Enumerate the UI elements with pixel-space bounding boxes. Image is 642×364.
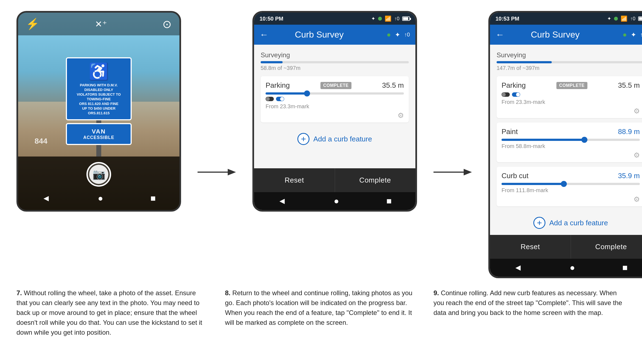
feature-badge-parking-2: COMPLETE	[556, 82, 587, 89]
svg-marker-3	[464, 169, 472, 175]
app-title-2: Curb Survey	[510, 30, 601, 40]
arrow-1	[198, 11, 236, 278]
feature-header-paint: Paint 88.9 m	[502, 127, 640, 136]
settings-icon[interactable]: ⊙	[162, 18, 172, 30]
home-nav-btn-2[interactable]: ●	[570, 263, 575, 273]
reset-button-2[interactable]: Reset	[490, 235, 571, 259]
header-icons-2: ● ✦ ↑0	[623, 30, 642, 39]
recents-nav-btn-2[interactable]: ■	[622, 263, 627, 273]
camera-top-bar: ⚡ ✕⁺ ⊙	[18, 13, 179, 35]
slider-paint	[502, 139, 640, 141]
phone-app2: 10:53 PM ✦ 📶 ↑0 ← Curb Survey ● ✦	[488, 11, 642, 278]
status-time-1: 10:50 PM	[260, 16, 283, 22]
parking-sign-text: PARKING WITH D.M.V.DISABLED ONLYVIOLATOR…	[77, 83, 121, 115]
slider-parking-1	[266, 92, 404, 95]
gear-icon-parking-1[interactable]: ⚙	[398, 111, 404, 120]
slider-thumb-parking-1	[304, 90, 310, 96]
home-nav-btn[interactable]: ●	[98, 193, 103, 203]
feature-header-parking-2: Parking COMPLETE 35.5 m	[502, 81, 640, 90]
add-circle-icon-2: +	[533, 217, 545, 229]
add-feature-label-2: Add a curb feature	[549, 219, 608, 227]
progress-bar-1	[261, 61, 409, 63]
wheelchair-icon: ♿	[89, 62, 109, 81]
camera-scene: ♿ PARKING WITH D.M.V.DISABLED ONLYVIOLAT…	[18, 35, 179, 157]
gear-icon-paint[interactable]: ⚙	[633, 151, 640, 160]
app-content-2: Surveying 147.7m of ~397m Parking COMPLE…	[490, 45, 642, 235]
progress-bar-2	[497, 61, 642, 63]
complete-button-2[interactable]: Complete	[571, 235, 642, 259]
complete-button-1[interactable]: Complete	[335, 168, 416, 192]
description-8: 8. Return to the wheel and continue roll…	[225, 288, 417, 337]
add-feature-btn-2[interactable]: + Add a curb feature	[497, 211, 642, 235]
upload-icon-2: ↑0	[630, 16, 635, 22]
accessible-text: ACCESSIBLE	[83, 135, 114, 140]
description-9: 9. Continue rolling. Add new curb featur…	[433, 288, 626, 337]
camera-nav-bar: ◄ ● ■	[18, 189, 179, 207]
nav-bar-app-2: ◄ ● ■	[490, 259, 642, 277]
feature-badge-parking-1: COMPLETE	[320, 82, 351, 89]
slider-fill-curbcut	[502, 183, 564, 185]
progress-label-1: 58.8m of ~397m	[261, 65, 409, 71]
feature-footer-curbcut: ⚙	[502, 195, 640, 204]
status-time-2: 10:53 PM	[495, 16, 519, 22]
upload-icon-1: ↑0	[394, 16, 399, 22]
shutter-button[interactable]: 📷	[86, 162, 111, 187]
phone-camera: ⚡ ✕⁺ ⊙ ♿ PARKING WITH D.M.V.DISABLED ONL…	[16, 11, 181, 278]
bluetooth-icon-1: ✦	[371, 16, 375, 22]
camera-bottom: 📷 ◄ ● ■	[18, 157, 179, 210]
description-7: 7. Without rolling the wheel, take a pho…	[16, 288, 209, 337]
app-content-1: Surveying 58.8m of ~397m Parking COMPLET…	[254, 45, 415, 168]
reset-button-1[interactable]: Reset	[254, 168, 335, 192]
battery-icon-2	[638, 16, 642, 21]
home-nav-btn-1[interactable]: ●	[334, 196, 339, 206]
recents-nav-btn-1[interactable]: ■	[386, 196, 392, 206]
add-feature-btn-1[interactable]: + Add a curb feature	[261, 127, 409, 151]
bt-icon-1: 📶	[385, 15, 392, 22]
desc-8-text: Return to the wheel and continue rolling…	[225, 289, 412, 326]
feature-card-paint: Paint 88.9 m From 58.8m-mark ⚙	[497, 123, 642, 162]
feature-name-parking-1: Parking	[266, 81, 290, 90]
feature-from-paint: From 58.8m-mark	[502, 143, 640, 149]
gear-icon-curbcut[interactable]: ⚙	[633, 195, 640, 204]
feature-from-parking-2: From 23.3m-mark	[502, 99, 640, 105]
feature-distance-curbcut: 35.9 m	[618, 172, 640, 180]
address-number: 844	[35, 137, 47, 146]
surveying-label-2: Surveying	[497, 51, 642, 59]
descriptions-row: 7. Without rolling the wheel, take a pho…	[0, 278, 642, 348]
bluetooth-icon-2: ✦	[607, 16, 611, 22]
desc-8-number: 8.	[225, 289, 230, 297]
back-nav-btn-1[interactable]: ◄	[278, 196, 286, 206]
feature-name-parking-2: Parking	[502, 81, 526, 90]
slider-fill-paint	[502, 139, 584, 141]
status-icons-1: ✦ 📶 ↑0	[371, 15, 410, 22]
status-icons-2: ✦ 📶 ↑0	[607, 15, 642, 22]
feature-from-curbcut: From 111.8m-mark	[502, 187, 640, 194]
slider-thumb-curbcut	[561, 181, 567, 187]
phone-app1: 10:50 PM ✦ 📶 ↑0 ← Curb Survey ● ✦	[252, 11, 417, 278]
progress-label-2: 147.7m of ~397m	[497, 65, 642, 71]
flash-icon[interactable]: ⚡	[26, 18, 40, 30]
progress-fill-2	[497, 61, 552, 63]
feature-distance-parking-1: 35.5 m	[382, 81, 404, 90]
feature-distance-paint: 88.9 m	[618, 127, 640, 136]
gear-icon-parking-2[interactable]: ⚙	[633, 107, 640, 115]
back-button-2[interactable]: ←	[495, 30, 504, 40]
bt-header-icon-1: ✦	[395, 31, 400, 39]
mode-icon[interactable]: ✕⁺	[95, 19, 107, 29]
feature-distance-parking-2: 35.5 m	[618, 81, 640, 90]
add-circle-icon-1: +	[297, 133, 309, 145]
share-icon-2: ↑0	[640, 32, 642, 38]
feature-card-curbcut: Curb cut 35.9 m From 111.8m-mark ⚙	[497, 167, 642, 206]
battery-icon-1	[402, 16, 410, 21]
back-nav-btn-2[interactable]: ◄	[514, 263, 522, 273]
recents-nav-btn[interactable]: ■	[150, 193, 156, 203]
camera-shutter-icon: 📷	[92, 168, 105, 180]
feature-header-parking-1: Parking COMPLETE 35.5 m	[266, 81, 404, 90]
connection-dot-1	[378, 17, 382, 21]
status-bar-1: 10:50 PM ✦ 📶 ↑0	[254, 13, 415, 25]
feature-footer-parking-2: ⚙	[502, 107, 640, 115]
back-button-1[interactable]: ←	[260, 30, 268, 40]
share-icon-1: ↑0	[404, 32, 410, 38]
back-nav-btn[interactable]: ◄	[42, 193, 50, 203]
dot-icon-1: ●	[387, 30, 391, 39]
